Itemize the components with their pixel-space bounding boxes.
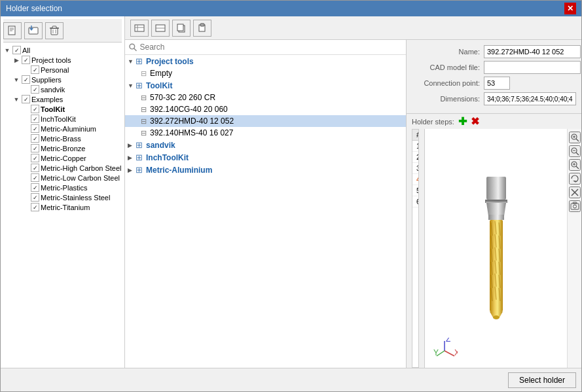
dim-input[interactable] <box>484 92 576 105</box>
reset-button[interactable] <box>569 187 581 198</box>
zoom-out-button[interactable] <box>569 145 581 157</box>
center-label-inchtoolkit: InchToolKit <box>146 153 189 162</box>
expand-inchtoolkit <box>22 115 29 123</box>
center-node-empty[interactable]: ⊟ Empty <box>125 67 406 79</box>
tree-item-examples[interactable]: ▼ Examples <box>12 94 122 104</box>
cad-label: CAD model file: <box>412 63 484 71</box>
select-holder-button[interactable]: Select holder <box>508 372 576 388</box>
cb-inchtoolkit[interactable] <box>31 115 39 123</box>
cb-all[interactable] <box>12 46 21 54</box>
center-node-metric-aluminium[interactable]: ▶ ⊞ Metric-Aluminium <box>125 164 406 176</box>
cb-metric-plastics[interactable] <box>31 183 39 192</box>
label-metric-copper: Metric-Copper <box>41 154 86 162</box>
tree-item-toolkit[interactable]: ToolKit <box>22 104 122 114</box>
table-row[interactable]: 1 34 0 <box>412 141 419 152</box>
view-btn-1[interactable] <box>130 20 149 37</box>
expand-center-inch: ▶ <box>128 154 134 161</box>
tree-item-metric-brass[interactable]: Metric-Brass <box>22 134 122 143</box>
table-row[interactable]: 2 36 7.5 <box>412 152 419 163</box>
cb-examples[interactable] <box>22 95 30 103</box>
tree-item-metric-copper[interactable]: Metric-Copper <box>22 153 122 163</box>
folder-icon-project: ⊞ <box>136 56 143 66</box>
cb-metric-lowcarbon[interactable] <box>31 173 39 182</box>
tree-item-inchtoolkit[interactable]: InchToolKit <box>22 114 122 124</box>
import-button[interactable] <box>24 22 43 39</box>
table-row[interactable]: 4 40 0 <box>412 174 419 185</box>
copy-btn[interactable] <box>172 20 191 37</box>
paste-btn[interactable] <box>193 20 211 37</box>
search-input[interactable] <box>139 43 402 52</box>
table-row[interactable]: 6 36 2 <box>412 196 419 207</box>
view-btn-2[interactable] <box>151 20 170 37</box>
tree-item-metric-titanium[interactable]: Metric-Titanium <box>22 202 122 212</box>
cb-personal[interactable] <box>31 65 39 74</box>
tree-item-metric-plastics[interactable]: Metric-Plastics <box>22 183 122 192</box>
title-bar: Holder selection ✕ <box>1 1 581 16</box>
center-node-272hmd[interactable]: ⊟ 392.272HMD-40 12 052 <box>125 115 406 127</box>
steps-table: # Diameter Length 1 34 <box>412 129 419 368</box>
cb-toolkit[interactable] <box>31 105 39 113</box>
tree-item-project-tools[interactable]: ▶ Project tools <box>12 55 122 65</box>
cb-metric-highcarbon[interactable] <box>31 164 39 172</box>
cb-metric-bronze[interactable] <box>31 144 39 152</box>
center-node-140cg[interactable]: ⊟ 392.140CG-40 20 060 <box>125 103 406 115</box>
delete-step-button[interactable]: ✖ <box>471 115 479 128</box>
axes-indicator: Z X Y <box>431 338 458 363</box>
svg-text:Z: Z <box>446 338 450 344</box>
dim-label: Dimensions: <box>412 95 484 103</box>
expand-center-toolkit: ▼ <box>128 82 134 89</box>
svg-rect-71 <box>573 202 577 204</box>
center-label-sandvik: sandvik <box>146 141 175 150</box>
tree-item-metric-stainless[interactable]: Metric-Stainless Steel <box>22 192 122 202</box>
item-icon-140hms: ⊟ <box>141 129 147 137</box>
cb-metric-stainless[interactable] <box>31 193 39 202</box>
tree-item-sandvik[interactable]: sandvik <box>22 84 122 94</box>
center-label-project-tools: Project tools <box>146 57 194 66</box>
tree-item-all[interactable]: ▼ All <box>3 45 122 55</box>
tree-item-metric-highcarbon[interactable]: Metric-High Carbon Steel <box>22 163 122 173</box>
rotate-button[interactable] <box>569 173 581 185</box>
center-label-140hms: 392.140HMS-40 16 027 <box>150 128 233 137</box>
zoom-in-button[interactable] <box>569 159 581 171</box>
row-num: 5 <box>412 185 419 196</box>
zoom-fit-button[interactable] <box>569 132 581 143</box>
center-node-inchtoolkit[interactable]: ▶ ⊞ InchToolKit <box>125 151 406 164</box>
cb-suppliers[interactable] <box>22 75 30 84</box>
center-node-toolkit[interactable]: ▼ ⊞ ToolKit <box>125 79 406 92</box>
center-node-project-tools[interactable]: ▼ ⊞ Project tools <box>125 55 406 67</box>
cp-input[interactable] <box>484 77 510 90</box>
tree-item-metric-lowcarbon[interactable]: Metric-Low Carbon Steel <box>22 173 122 183</box>
cad-input[interactable] <box>484 61 581 74</box>
tree-item-metric-bronze[interactable]: Metric-Bronze <box>22 143 122 153</box>
svg-text:Y: Y <box>433 348 439 357</box>
cb-metric-titanium[interactable] <box>31 203 39 211</box>
cb-project-tools[interactable] <box>22 56 30 64</box>
item-icon-272hmd: ⊟ <box>141 117 147 126</box>
name-input[interactable] <box>484 45 581 58</box>
tree-item-suppliers[interactable]: ▼ Suppliers <box>12 75 122 84</box>
cb-metric-aluminium[interactable] <box>31 124 39 133</box>
cb-metric-copper[interactable] <box>31 154 39 162</box>
center-node-140hms[interactable]: ⊟ 392.140HMS-40 16 027 <box>125 127 406 139</box>
expand-suppliers: ▼ <box>12 76 20 84</box>
tree-item-personal[interactable]: Personal <box>22 65 122 75</box>
cb-sandvik[interactable] <box>31 85 39 94</box>
folder-icon-sandvik: ⊞ <box>136 140 143 150</box>
center-node-sandvik[interactable]: ▶ ⊞ sandvik <box>125 139 406 151</box>
label-all: All <box>22 46 30 54</box>
expand-all: ▼ <box>3 46 11 54</box>
table-row[interactable]: 3 36 24.5 <box>412 163 419 174</box>
left-toolbar <box>3 19 122 43</box>
search-bar <box>125 40 406 55</box>
add-step-button[interactable]: ✚ <box>458 115 467 128</box>
delete-button[interactable] <box>45 22 64 39</box>
new-button[interactable] <box>3 22 22 39</box>
cb-metric-brass[interactable] <box>31 134 39 143</box>
table-row[interactable]: 5 40 4 <box>412 185 419 196</box>
expand-toolkit <box>22 105 29 113</box>
center-node-570[interactable]: ⊟ 570-3C 20 260 CR <box>125 92 406 103</box>
close-button[interactable]: ✕ <box>564 3 576 14</box>
expand-center-project: ▼ <box>128 58 134 65</box>
screenshot-button[interactable] <box>569 200 581 212</box>
tree-item-metric-aluminium[interactable]: Metric-Aluminium <box>22 124 122 134</box>
